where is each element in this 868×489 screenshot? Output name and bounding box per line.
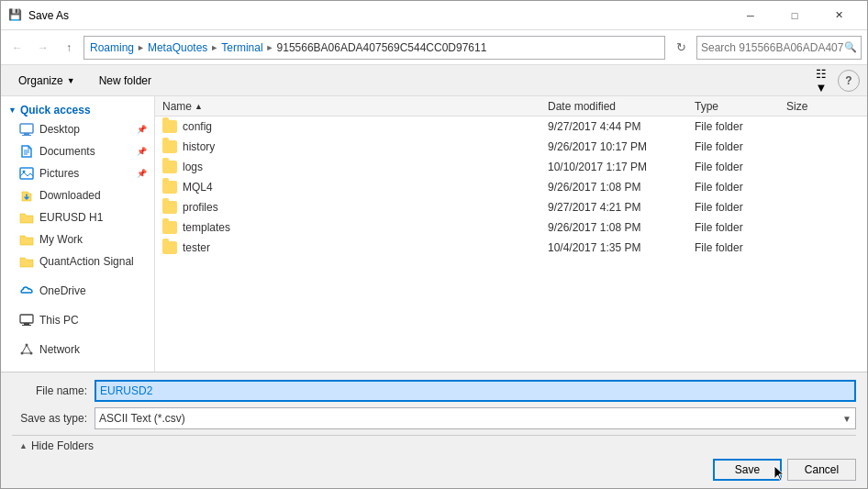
dropdown-arrow-icon: ▼ — [842, 414, 851, 424]
refresh-button[interactable]: ↻ — [669, 36, 693, 60]
column-type[interactable]: Type — [695, 100, 786, 113]
sidebar-item-quantaction[interactable]: QuantAction Signal — [1, 250, 154, 272]
hide-folders-label: Hide Folders — [31, 439, 94, 452]
svg-rect-8 — [20, 315, 33, 323]
back-button[interactable]: ← — [6, 37, 28, 59]
sidebar-item-pictures[interactable]: Pictures 📌 — [1, 162, 154, 184]
column-name[interactable]: Name ▲ — [162, 100, 548, 113]
table-row[interactable]: templates 9/26/2017 1:08 PM File folder — [155, 217, 867, 238]
sidebar-item-mywork[interactable]: My Work — [1, 228, 154, 250]
save-button[interactable]: Save — [713, 459, 782, 481]
desktop-icon — [19, 122, 34, 137]
pictures-label: Pictures — [39, 167, 79, 180]
minimize-button[interactable]: ─ — [729, 1, 772, 30]
savetype-value: ASCII Text (*.csv) — [99, 412, 185, 425]
svg-line-14 — [22, 345, 27, 353]
file-date-cell: 10/10/2017 1:17 PM — [548, 161, 695, 173]
pin-icon: 📌 — [137, 147, 147, 156]
address-bar: ← → ↑ Roaming ► MetaQuotes ► Terminal ► … — [1, 30, 867, 65]
column-size[interactable]: Size — [786, 100, 860, 113]
main-area: ▼ Quick access Desktop 📌 Documents 📌 — [1, 96, 867, 372]
table-row[interactable]: config 9/27/2017 4:44 PM File folder — [155, 117, 867, 137]
cursor-icon — [773, 464, 787, 483]
pin-icon: 📌 — [137, 169, 147, 178]
up-button[interactable]: ↑ — [58, 37, 80, 59]
sidebar-divider2 — [1, 302, 154, 309]
sidebar-item-thispc[interactable]: This PC — [1, 309, 154, 331]
sidebar-item-downloaded[interactable]: Downloaded — [1, 184, 154, 206]
eurusd-folder-icon — [19, 210, 34, 225]
file-name-cell: profiles — [162, 201, 548, 214]
save-as-dialog: 💾 Save As ─ □ ✕ ← → ↑ Roaming ► MetaQuot… — [0, 0, 868, 489]
search-input[interactable] — [701, 41, 844, 54]
mywork-folder-icon — [19, 232, 34, 247]
cancel-button[interactable]: Cancel — [787, 459, 856, 481]
file-list: Name ▲ Date modified Type Size config 9/… — [155, 96, 867, 372]
file-type-cell: File folder — [695, 221, 786, 234]
folder-icon — [162, 221, 177, 234]
file-date-cell: 9/27/2017 4:44 PM — [548, 120, 695, 133]
sidebar-divider3 — [1, 331, 154, 339]
file-date-cell: 9/26/2017 10:17 PM — [548, 140, 695, 153]
quick-access-label: Quick access — [20, 104, 91, 117]
sidebar-item-documents[interactable]: Documents 📌 — [1, 140, 154, 162]
toolbar: Organize ▼ New folder ☷ ▼ ? — [1, 65, 867, 96]
breadcrumb-roaming[interactable]: Roaming — [90, 41, 134, 54]
onedrive-label: OneDrive — [39, 284, 86, 297]
bottom-area: File name: Save as type: ASCII Text (*.c… — [1, 372, 867, 488]
mywork-label: My Work — [39, 233, 83, 246]
organize-button[interactable]: Organize ▼ — [8, 69, 85, 93]
sidebar-item-onedrive[interactable]: OneDrive — [1, 280, 154, 302]
table-row[interactable]: tester 10/4/2017 1:35 PM File folder — [155, 238, 867, 258]
svg-rect-0 — [20, 124, 33, 133]
hide-folders-chevron-icon: ▲ — [19, 441, 28, 450]
sort-arrow-icon: ▲ — [195, 102, 203, 111]
table-row[interactable]: MQL4 9/26/2017 1:08 PM File folder — [155, 177, 867, 197]
sidebar-item-desktop[interactable]: Desktop 📌 — [1, 118, 154, 140]
breadcrumb-folder[interactable]: 915566BA06ADA407569C544CC0D97611 — [277, 41, 487, 54]
sidebar-divider — [1, 272, 154, 280]
filename-input[interactable] — [95, 380, 856, 402]
maximize-button[interactable]: □ — [773, 1, 816, 30]
file-type-cell: File folder — [695, 140, 786, 153]
quick-access-header[interactable]: ▼ Quick access — [1, 100, 154, 118]
sidebar: ▼ Quick access Desktop 📌 Documents 📌 — [1, 96, 155, 372]
file-name-cell: history — [162, 140, 548, 153]
pin-icon: 📌 — [137, 125, 147, 134]
breadcrumb-bar[interactable]: Roaming ► MetaQuotes ► Terminal ► 915566… — [83, 36, 665, 60]
view-toggle-button[interactable]: ☷ ▼ — [808, 69, 834, 93]
file-date-cell: 9/26/2017 1:08 PM — [548, 181, 695, 194]
savetype-select[interactable]: ASCII Text (*.csv) ▼ — [95, 407, 856, 429]
filename-label: File name: — [12, 384, 95, 397]
new-folder-button[interactable]: New folder — [89, 69, 161, 93]
breadcrumb-metaquotes[interactable]: MetaQuotes — [148, 41, 207, 54]
column-date[interactable]: Date modified — [548, 100, 695, 113]
title-bar: 💾 Save As ─ □ ✕ — [1, 1, 867, 30]
folder-icon — [162, 181, 177, 194]
table-row[interactable]: history 9/26/2017 10:17 PM File folder — [155, 137, 867, 157]
buttons-row: Save Cancel — [12, 459, 856, 481]
downloaded-label: Downloaded — [39, 189, 101, 202]
file-name-cell: config — [162, 120, 548, 133]
hide-folders-row[interactable]: ▲ Hide Folders — [12, 435, 856, 455]
file-date-cell: 10/4/2017 1:35 PM — [548, 241, 695, 254]
thispc-label: This PC — [39, 314, 79, 327]
table-row[interactable]: profiles 9/27/2017 4:21 PM File folder — [155, 197, 867, 217]
new-folder-label: New folder — [99, 74, 151, 87]
table-row[interactable]: logs 10/10/2017 1:17 PM File folder — [155, 157, 867, 177]
dialog-icon: 💾 — [8, 8, 23, 23]
svg-rect-6 — [20, 168, 33, 179]
sidebar-item-network[interactable]: Network — [1, 339, 154, 361]
savetype-label: Save as type: — [12, 412, 95, 425]
network-label: Network — [39, 343, 80, 356]
onedrive-icon — [19, 283, 34, 298]
sidebar-item-eurusd[interactable]: EURUSD H1 — [1, 206, 154, 228]
quick-access-chevron-icon: ▼ — [8, 106, 17, 115]
close-button[interactable]: ✕ — [818, 1, 860, 30]
forward-button[interactable]: → — [32, 37, 54, 59]
search-box[interactable]: 🔍 — [696, 36, 862, 60]
eurusd-label: EURUSD H1 — [39, 211, 103, 224]
help-button[interactable]: ? — [838, 70, 860, 92]
breadcrumb-terminal[interactable]: Terminal — [221, 41, 262, 54]
svg-rect-9 — [24, 323, 29, 325]
